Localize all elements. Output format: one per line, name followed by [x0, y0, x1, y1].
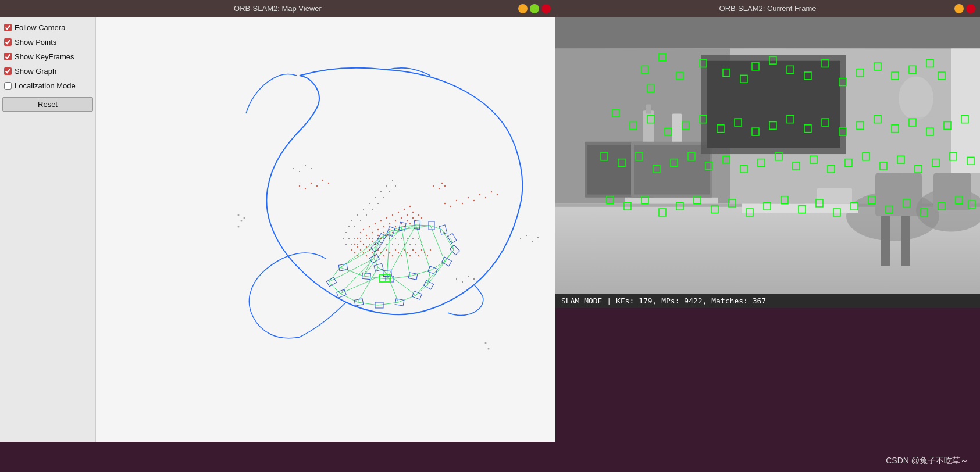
svg-rect-254	[759, 185, 806, 203]
svg-point-168	[357, 214, 358, 216]
map-viewer-minimize-btn[interactable]	[518, 4, 528, 13]
current-frame-minimize-btn[interactable]	[954, 4, 964, 13]
slam-visualization	[96, 17, 555, 442]
svg-point-215	[526, 235, 527, 236]
svg-point-213	[311, 168, 312, 169]
show-graph-checkbox[interactable]	[4, 67, 12, 75]
svg-point-224	[244, 217, 245, 219]
svg-point-190	[366, 238, 367, 239]
current-frame-close-btn[interactable]	[966, 4, 975, 13]
svg-point-197	[386, 244, 387, 245]
map-viewer-title: ORB-SLAM2: Map Viewer	[234, 4, 322, 13]
svg-point-102	[383, 232, 384, 233]
svg-point-178	[386, 185, 387, 187]
svg-point-85	[395, 220, 396, 221]
slam-status-text: SLAM MODE | KFs: 179, MPs: 9422, Matches…	[561, 296, 766, 305]
svg-rect-260	[901, 117, 933, 173]
svg-point-200	[395, 238, 396, 239]
follow-camera-item[interactable]: Follow Camera	[2, 21, 93, 34]
svg-point-148	[322, 180, 323, 181]
svg-point-196	[383, 238, 384, 239]
svg-point-116	[351, 249, 352, 251]
svg-point-82	[386, 217, 387, 219]
svg-point-121	[366, 255, 367, 256]
svg-point-100	[377, 235, 379, 236]
svg-point-142	[427, 255, 428, 256]
svg-point-139	[418, 255, 419, 256]
svg-point-76	[369, 226, 370, 227]
map-viewer-maximize-btn[interactable]	[530, 4, 539, 13]
follow-camera-checkbox[interactable]	[4, 24, 12, 31]
svg-point-220	[468, 276, 469, 277]
svg-point-119	[360, 249, 361, 251]
svg-point-112	[412, 217, 414, 219]
current-frame-window: ORB-SLAM2: Current Frame	[555, 0, 980, 308]
svg-point-177	[383, 197, 384, 198]
show-points-item[interactable]: Show Points	[2, 35, 93, 49]
svg-point-105	[392, 232, 393, 233]
svg-point-166	[351, 220, 352, 221]
svg-rect-243	[881, 216, 890, 266]
svg-point-94	[360, 241, 361, 242]
svg-point-74	[363, 229, 364, 230]
svg-point-198	[389, 238, 390, 239]
svg-point-140	[421, 249, 422, 251]
show-graph-item[interactable]: Show Graph	[2, 65, 93, 78]
reset-button[interactable]: Reset	[2, 97, 93, 112]
localization-mode-checkbox[interactable]	[4, 82, 12, 90]
svg-point-143	[430, 249, 431, 251]
svg-rect-242	[875, 173, 922, 216]
svg-point-191	[369, 244, 370, 245]
svg-point-154	[468, 197, 469, 198]
svg-rect-244	[901, 216, 910, 266]
svg-point-199	[392, 244, 393, 245]
svg-point-186	[354, 238, 355, 239]
map-viewer-close-btn[interactable]	[541, 4, 551, 13]
svg-point-80	[380, 220, 382, 221]
svg-point-78	[375, 223, 376, 224]
svg-point-77	[372, 232, 373, 233]
svg-point-106	[395, 226, 396, 227]
svg-point-202	[401, 238, 402, 239]
svg-rect-246	[933, 173, 971, 210]
localization-mode-item[interactable]: Localization Mode	[2, 79, 93, 92]
svg-point-259	[899, 76, 933, 120]
svg-point-89	[407, 214, 408, 216]
svg-point-210	[293, 168, 294, 169]
follow-camera-label: Follow Camera	[15, 23, 65, 32]
svg-point-134	[404, 249, 405, 251]
svg-point-194	[377, 238, 379, 239]
svg-point-225	[238, 226, 240, 228]
svg-point-228	[485, 342, 487, 344]
svg-point-183	[345, 244, 347, 245]
svg-point-118	[357, 255, 358, 256]
svg-point-129	[389, 252, 390, 253]
show-keyframes-checkbox[interactable]	[4, 53, 12, 60]
svg-point-133	[401, 255, 402, 256]
svg-point-155	[473, 200, 475, 201]
camera-frame-svg	[555, 17, 980, 308]
svg-point-175	[377, 203, 379, 204]
svg-point-205	[409, 244, 411, 245]
svg-point-214	[520, 238, 521, 239]
svg-point-176	[380, 191, 382, 192]
svg-point-201	[398, 244, 399, 245]
svg-point-81	[383, 226, 384, 227]
svg-point-160	[433, 185, 434, 187]
map-viewer-controls	[518, 4, 551, 13]
svg-point-151	[450, 206, 451, 207]
svg-point-83	[389, 223, 390, 224]
svg-point-204	[407, 238, 408, 239]
svg-point-162	[441, 183, 443, 184]
show-keyframes-label: Show KeyFrames	[15, 52, 74, 61]
svg-point-103	[386, 235, 387, 236]
show-keyframes-item[interactable]: Show KeyFrames	[2, 50, 93, 63]
svg-point-161	[439, 188, 440, 189]
svg-point-110	[407, 220, 408, 221]
current-frame-controls	[954, 4, 975, 13]
svg-point-107	[398, 229, 399, 230]
svg-point-192	[372, 238, 373, 239]
show-points-checkbox[interactable]	[4, 38, 12, 46]
svg-point-185	[351, 244, 352, 245]
svg-point-90	[409, 206, 411, 207]
